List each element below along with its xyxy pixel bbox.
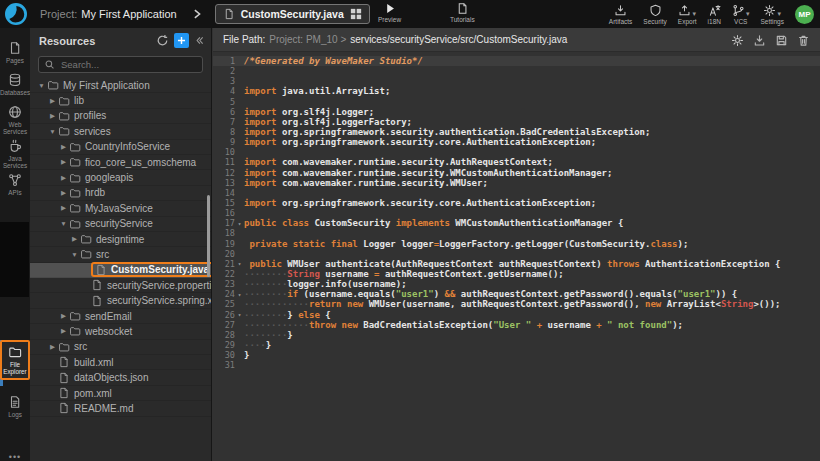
code-line-26[interactable]: 26▾········} else {: [213, 310, 820, 320]
add-resource-button[interactable]: [174, 33, 189, 48]
toolbar-item-export[interactable]: ▾Export: [678, 4, 697, 25]
tree-item-dataobjects-json[interactable]: dataObjects.json: [30, 370, 211, 385]
code-line-4[interactable]: 4import java.util.ArrayList;: [213, 86, 820, 96]
code-line-10[interactable]: 10: [213, 147, 820, 157]
toolbar-item-security[interactable]: Security: [643, 4, 666, 25]
toolbar-item-artifacts[interactable]: Artifacts: [609, 4, 632, 25]
tree-item-pom-xml[interactable]: pom.xml: [30, 386, 211, 401]
tree-item-readme-md[interactable]: README.md: [30, 401, 211, 416]
chevron-collapsed-icon[interactable]: ▶: [58, 312, 69, 320]
code-line-5[interactable]: 5: [213, 97, 820, 107]
save-icon[interactable]: [775, 34, 788, 47]
tree-item-hrdb[interactable]: ▶hrdb: [30, 186, 211, 201]
tree-scrollbar[interactable]: [207, 195, 210, 277]
chevron-expanded-icon[interactable]: ▼: [69, 251, 80, 258]
tree-item-sendemail[interactable]: ▶sendEmail: [30, 309, 211, 324]
code-line-28[interactable]: 28········}: [213, 330, 820, 340]
refresh-icon[interactable]: [156, 34, 169, 47]
sidebar-item-databases[interactable]: Databases: [0, 70, 30, 99]
tree-item-securityservice-spring-xml[interactable]: securityService.spring.xml: [30, 293, 211, 308]
fold-marker-icon[interactable]: ▾: [235, 291, 244, 298]
code-line-12[interactable]: 12import com.wavemaker.runtime.security.…: [213, 168, 820, 178]
tree-item-customsecurity-java[interactable]: CustomSecurity.java: [30, 263, 211, 278]
code-line-27[interactable]: 27············throw new BadCredentialsEx…: [213, 320, 820, 330]
tree-item-lib[interactable]: ▶lib: [30, 93, 211, 108]
chevron-collapsed-icon[interactable]: ▶: [58, 174, 69, 182]
tree-item-my-first-application[interactable]: ▼My First Application: [30, 78, 211, 93]
project-name[interactable]: My First Application: [81, 8, 176, 20]
chevron-collapsed-icon[interactable]: ▶: [58, 204, 69, 212]
chevron-collapsed-icon[interactable]: ▶: [47, 343, 58, 351]
sidebar-item-web-services[interactable]: Web Services: [0, 102, 30, 138]
delete-trash-icon[interactable]: [797, 34, 810, 47]
tree-item-src[interactable]: ▼src: [30, 247, 211, 262]
tree-item-countryinfoservice[interactable]: ▶CountryInfoService: [30, 140, 211, 155]
tutorials-button[interactable]: Tutorials: [450, 2, 475, 23]
code-line-24[interactable]: 24▾········if (username.equals("user1") …: [213, 289, 820, 299]
toolbar-item-settings[interactable]: ▾Settings: [761, 4, 785, 25]
open-file-tab[interactable]: CustomSecurity.java: [215, 4, 370, 24]
code-line-7[interactable]: 7import org.slf4j.LoggerFactory;: [213, 117, 820, 127]
tree-item-designtime[interactable]: ▶designtime: [30, 232, 211, 247]
code-line-30[interactable]: 30}: [213, 350, 820, 360]
settings-gear-icon[interactable]: [731, 34, 744, 47]
chevron-collapsed-icon[interactable]: ▶: [58, 327, 69, 335]
tree-item-services[interactable]: ▼services: [30, 124, 211, 139]
tree-item-src[interactable]: ▶src: [30, 340, 211, 355]
code-line-19[interactable]: 19 private static final Logger logger=Lo…: [213, 239, 820, 249]
chevron-collapsed-icon[interactable]: ▶: [69, 235, 80, 243]
code-line-25[interactable]: 25············return new WMUser(username…: [213, 299, 820, 309]
code-line-17[interactable]: 17▾public class CustomSecurity implement…: [213, 218, 820, 228]
search-box[interactable]: [38, 56, 203, 73]
fold-marker-icon[interactable]: ▾: [235, 311, 244, 318]
chevron-collapsed-icon[interactable]: ▶: [47, 97, 58, 105]
grid-icon[interactable]: [350, 8, 362, 20]
fold-marker-icon[interactable]: ▾: [235, 220, 244, 227]
toolbar-item-i18n[interactable]: i18N: [708, 4, 721, 25]
tree-item-fico-core-us-omschema[interactable]: ▶fico_core_us_omschema: [30, 155, 211, 170]
sidebar-item-logs[interactable]: Logs: [0, 392, 30, 421]
user-avatar[interactable]: MP: [795, 5, 814, 24]
tree-item-build-xml[interactable]: build.xml: [30, 355, 211, 370]
sidebar-item-pages[interactable]: Pages: [0, 38, 30, 67]
code-line-6[interactable]: 6import org.slf4j.Logger;: [213, 107, 820, 117]
code-line-29[interactable]: 29····}: [213, 340, 820, 350]
code-line-20[interactable]: 20: [213, 249, 820, 259]
sidebar-item-file-explorer[interactable]: File Explorer: [0, 340, 30, 380]
code-line-21[interactable]: 21▾ public WMUser authenticate(AuthReque…: [213, 259, 820, 269]
fold-marker-icon[interactable]: ▾: [235, 260, 244, 267]
download-icon[interactable]: [753, 34, 766, 47]
collapse-panel-icon[interactable]: [194, 35, 205, 46]
code-line-11[interactable]: 11import com.wavemaker.runtime.security.…: [213, 157, 820, 167]
code-line-1[interactable]: 1/*Generated by WaveMaker Studio*/: [213, 56, 820, 66]
tree-item-websocket[interactable]: ▶websocket: [30, 324, 211, 339]
chevron-expanded-icon[interactable]: ▼: [47, 128, 58, 135]
tree-item-myjavaservice[interactable]: ▶MyJavaService: [30, 201, 211, 216]
preview-button[interactable]: Preview: [378, 2, 401, 23]
code-line-18[interactable]: 18: [213, 228, 820, 238]
chevron-collapsed-icon[interactable]: ▶: [58, 158, 69, 166]
toolbar-item-vcs[interactable]: ▾VCS: [732, 4, 750, 25]
code-line-14[interactable]: 14: [213, 188, 820, 198]
tree-item-profiles[interactable]: ▶profiles: [30, 109, 211, 124]
code-editor[interactable]: 1/*Generated by WaveMaker Studio*/234imp…: [213, 52, 820, 461]
more-options-button[interactable]: •••: [0, 452, 30, 461]
tree-item-securityservice-properties[interactable]: securityService.properties: [30, 278, 211, 293]
code-line-31[interactable]: 31: [213, 360, 820, 370]
tree-item-googleapis[interactable]: ▶googleapis: [30, 170, 211, 185]
code-line-22[interactable]: 22········String username = authRequestC…: [213, 269, 820, 279]
code-line-15[interactable]: 15import org.springframework.security.co…: [213, 198, 820, 208]
sidebar-item-java-services[interactable]: Java Services: [0, 136, 30, 172]
code-line-2[interactable]: 2: [213, 66, 820, 76]
code-line-23[interactable]: 23········logger.info(username);: [213, 279, 820, 289]
chevron-collapsed-icon[interactable]: ▶: [47, 112, 58, 120]
tree-item-securityservice[interactable]: ▼securityService: [30, 217, 211, 232]
chevron-expanded-icon[interactable]: ▼: [58, 220, 69, 227]
sidebar-item-apis[interactable]: APIs: [0, 170, 30, 199]
code-line-3[interactable]: 3: [213, 76, 820, 86]
code-line-16[interactable]: 16: [213, 208, 820, 218]
code-line-8[interactable]: 8import org.springframework.security.aut…: [213, 127, 820, 137]
wavemaker-logo[interactable]: [4, 2, 28, 26]
chevron-collapsed-icon[interactable]: ▶: [58, 189, 69, 197]
search-input[interactable]: [59, 58, 197, 71]
